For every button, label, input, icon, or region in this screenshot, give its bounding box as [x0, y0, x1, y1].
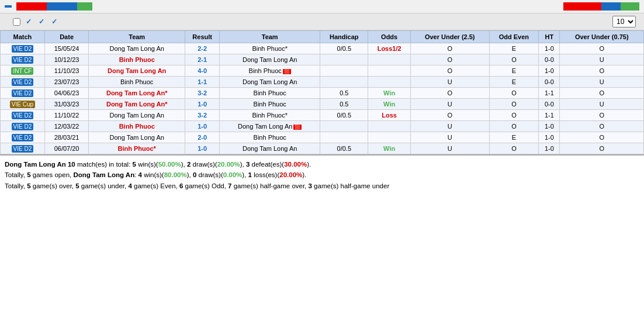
cell-team2: Dong Tam Long An	[220, 54, 320, 65]
cell-oe: E	[489, 132, 539, 143]
cell-match: VIE Cup	[1, 99, 45, 110]
table-row: INT CF 11/10/23 Dong Tam Long An 4-0 Bin…	[1, 65, 644, 77]
cell-result: 3-2	[185, 110, 220, 121]
cell-oe: O	[489, 143, 539, 154]
cell-team1: Dong Tam Long An*	[89, 99, 185, 110]
cell-ou075: O	[560, 88, 644, 99]
cell-result: 1-1	[185, 77, 220, 88]
cell-handicap	[320, 54, 368, 65]
table-row: VIE Cup 31/03/23 Dong Tam Long An* 1-0 B…	[1, 99, 644, 110]
cell-date: 31/03/23	[44, 99, 88, 110]
col-team1: Team	[89, 31, 185, 43]
cell-team2: Binh Phuoc*	[220, 43, 320, 54]
cell-ou25: U	[410, 132, 489, 143]
col-ou075: Over Under (0.75)	[560, 31, 644, 43]
team1-color-bar	[16, 2, 92, 11]
last-count-select[interactable]: 10 20 5	[612, 16, 636, 27]
cell-odds	[368, 77, 411, 88]
col-date: Date	[44, 31, 88, 43]
cell-odds: Win	[368, 143, 411, 154]
cell-ou075: U	[560, 54, 644, 65]
cell-ou25: O	[410, 54, 489, 65]
cell-ou25: U	[410, 77, 489, 88]
cell-result: 2-0	[185, 132, 220, 143]
cell-result: 1-0	[185, 99, 220, 110]
cell-ou075: O	[560, 110, 644, 121]
cell-ht: 0-0	[539, 54, 560, 65]
col-odds: Odds	[368, 31, 411, 43]
cell-handicap: 0/0.5	[320, 143, 368, 154]
table-row: VIE D2 10/12/23 Binh Phuoc 2-1 Dong Tam …	[1, 54, 644, 65]
cell-ou25: U	[410, 121, 489, 132]
cell-team2: Binh Phuoc🟥	[220, 65, 320, 77]
table-row: VIE D2 04/06/23 Dong Tam Long An* 3-2 Bi…	[1, 88, 644, 99]
col-match: Match	[1, 31, 45, 43]
cell-date: 15/05/24	[44, 43, 88, 54]
cell-ou075: O	[560, 65, 644, 77]
cell-team1: Dong Tam Long An	[89, 132, 185, 143]
cell-handicap: 0/0.5	[320, 43, 368, 54]
col-handicap: Handicap	[320, 31, 368, 43]
table-row: VIE D2 06/07/20 Binh Phuoc* 1-0 Dong Tam…	[1, 143, 644, 154]
cell-ou075: U	[560, 99, 644, 110]
cell-oe: E	[489, 65, 539, 77]
cell-handicap	[320, 121, 368, 132]
cell-ou25: U	[410, 143, 489, 154]
cell-result: 1-0	[185, 143, 220, 154]
cell-team2: Binh Phuoc	[220, 132, 320, 143]
cell-oe: E	[489, 77, 539, 88]
cell-date: 04/06/23	[44, 88, 88, 99]
cell-match: VIE D2	[1, 88, 45, 99]
cell-team1: Binh Phuoc	[89, 54, 185, 65]
cell-ou25: O	[410, 43, 489, 54]
cell-team1: Binh Phuoc	[89, 121, 185, 132]
home-ground-checkbox[interactable]	[13, 18, 22, 26]
cell-match: VIE D2	[1, 77, 45, 88]
cell-handicap: 0.5	[320, 99, 368, 110]
cell-team2: Binh Phuoc*	[220, 110, 320, 121]
col-ou25: Over Under (2.5)	[410, 31, 489, 43]
confrontation-table: Match Date Team Result Team Handicap Odd…	[0, 30, 644, 154]
cell-ou25: O	[410, 110, 489, 121]
team2-color-bar	[563, 2, 639, 11]
col-team2: Team	[220, 31, 320, 43]
cell-oe: O	[489, 54, 539, 65]
cell-ht: 1-0	[539, 143, 560, 154]
cell-ht: 1-0	[539, 132, 560, 143]
cell-match: VIE D2	[1, 132, 45, 143]
cell-result: 2-2	[185, 43, 220, 54]
cell-match: VIE D2	[1, 143, 45, 154]
cell-match: VIE D2	[1, 54, 45, 65]
cell-odds	[368, 54, 411, 65]
cell-odds: Loss1/2	[368, 43, 411, 54]
cell-ht: 1-1	[539, 88, 560, 99]
red-card-icon: 🟥	[283, 69, 291, 74]
cell-ou075: O	[560, 43, 644, 54]
cell-match: VIE D2	[1, 110, 45, 121]
cell-handicap	[320, 132, 368, 143]
header-bar	[0, 0, 644, 13]
cell-team1: Dong Tam Long An	[89, 65, 185, 77]
table-row: VIE D2 15/05/24 Dong Tam Long An 2-2 Bin…	[1, 43, 644, 54]
cell-match: VIE D2	[1, 121, 45, 132]
cell-odds: Win	[368, 99, 411, 110]
filter-bar: ✓ ✓ ✓ 10 20 5	[0, 13, 644, 30]
cell-handicap	[320, 77, 368, 88]
cell-date: 10/12/23	[44, 54, 88, 65]
cell-date: 11/10/23	[44, 65, 88, 77]
cell-handicap: 0/0.5	[320, 110, 368, 121]
cell-date: 12/03/22	[44, 121, 88, 132]
summary-line2: Totally, 5 games open, Dong Tam Long An:…	[5, 170, 639, 180]
cell-handicap: 0.5	[320, 88, 368, 99]
cell-ht: 1-0	[539, 43, 560, 54]
col-result: Result	[185, 31, 220, 43]
cell-ht: 0-0	[539, 99, 560, 110]
cell-result: 1-0	[185, 121, 220, 132]
col-oe: Odd Even	[489, 31, 539, 43]
table-row: VIE D2 28/03/21 Dong Tam Long An 2-0 Bin…	[1, 132, 644, 143]
cell-team2: Binh Phuoc	[220, 88, 320, 99]
cell-team2: Binh Phuoc	[220, 99, 320, 110]
table-row: VIE D2 12/03/22 Binh Phuoc 1-0 Dong Tam …	[1, 121, 644, 132]
cell-odds: Loss	[368, 110, 411, 121]
cell-oe: O	[489, 88, 539, 99]
